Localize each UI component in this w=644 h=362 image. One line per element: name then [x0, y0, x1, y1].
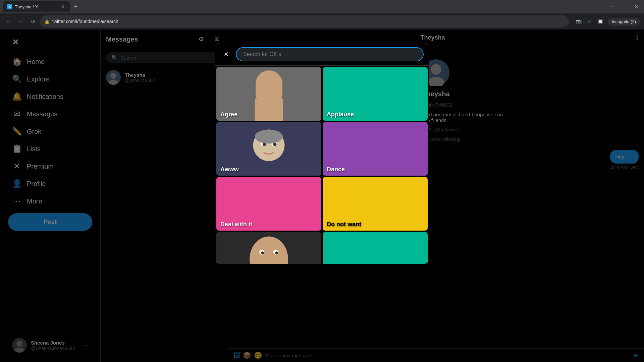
window-controls: ─ □ ✕	[608, 2, 641, 11]
url-text: twitter.com/i/foundmedia/search	[52, 19, 118, 24]
gif-cell-applause[interactable]: Applause	[323, 67, 428, 121]
gif-applause-label: Applause	[323, 108, 358, 121]
gif-cell-dance[interactable]: Dance	[323, 122, 428, 176]
minimize-button[interactable]: ─	[608, 2, 618, 11]
svg-rect-11	[255, 99, 283, 121]
gif-cell-bottom-left[interactable]	[216, 232, 321, 264]
close-button[interactable]: ✕	[632, 2, 641, 11]
new-tab-button[interactable]: +	[71, 2, 80, 11]
tab-favicon: ✕	[7, 4, 12, 9]
gif-donotwant-label: Do not want	[323, 218, 365, 231]
incognito-label: Incognito (2)	[612, 19, 636, 24]
forward-button[interactable]: →	[16, 17, 25, 26]
svg-point-24	[275, 251, 278, 254]
gif-deal-label: Deal with it	[216, 218, 256, 231]
incognito-profile[interactable]: Incognito (2)	[608, 18, 640, 25]
address-bar[interactable]: 🔒 twitter.com/i/foundmedia/search	[40, 15, 569, 27]
gif-modal-header: ✕	[215, 43, 429, 66]
maximize-button[interactable]: □	[620, 2, 629, 11]
browser-addressbar: ← → ↺ 🔒 twitter.com/i/foundmedia/search …	[0, 13, 644, 29]
gif-agree-label: Agree	[216, 108, 241, 121]
gif-cell-donotwant[interactable]: Do not want	[323, 177, 428, 231]
gif-dance-label: Dance	[323, 163, 349, 176]
reload-button[interactable]: ↺	[28, 17, 38, 26]
gif-cell-bottom-right[interactable]	[323, 232, 428, 264]
address-bar-actions: 📷 ☆ 🔲	[574, 17, 605, 26]
lock-icon: 🔒	[44, 19, 50, 24]
svg-point-23	[261, 251, 264, 254]
browser-chrome: ✕ Theysha / X ✕ + ─ □ ✕ ← → ↺ 🔒 twitter.…	[0, 0, 644, 29]
tab-close-button[interactable]: ✕	[60, 4, 66, 10]
gif-modal: ✕ Agree Applause	[215, 43, 429, 264]
svg-point-10	[257, 73, 281, 103]
svg-point-18	[255, 130, 283, 144]
cast-icon[interactable]: 📷	[574, 17, 584, 26]
gif-modal-overlay[interactable]: ✕ Agree Applause	[0, 29, 644, 362]
gif-cell-awww[interactable]: Awww	[216, 122, 321, 176]
back-button[interactable]: ←	[4, 17, 13, 26]
gif-close-button[interactable]: ✕	[220, 49, 232, 60]
extensions-icon[interactable]: 🔲	[596, 17, 605, 26]
gif-awww-label: Awww	[216, 163, 243, 176]
tab-label: Theysha / X	[15, 4, 38, 9]
gif-cell-agree[interactable]: Agree	[216, 67, 321, 121]
gif-search-input[interactable]	[236, 47, 424, 61]
browser-titlebar: ✕ Theysha / X ✕ + ─ □ ✕	[0, 0, 644, 13]
browser-tab[interactable]: ✕ Theysha / X ✕	[3, 1, 70, 12]
bookmark-icon[interactable]: ☆	[585, 17, 594, 26]
gif-grid: Agree Applause	[215, 66, 429, 264]
gif-cell-deal[interactable]: Deal with it	[216, 177, 321, 231]
